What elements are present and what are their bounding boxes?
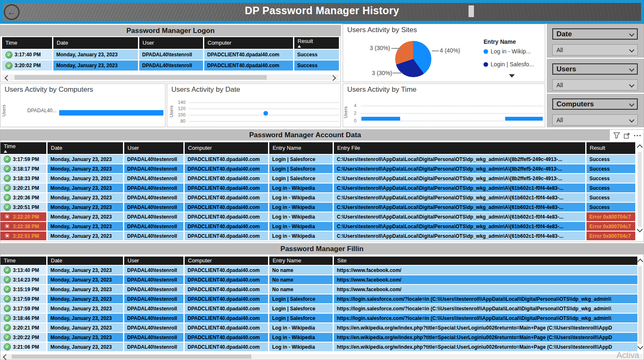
table-row[interactable]: 3:15:19 PM Monday, January 23, 2023 DPAD…: [0, 285, 637, 294]
table-row[interactable]: 3:22:20 PM Monday, January 23, 2023 DPAD…: [0, 212, 635, 221]
status-icon: [4, 184, 11, 191]
chevron-down-icon: [629, 82, 634, 88]
scroll-up-icon[interactable]: [637, 144, 643, 150]
legend-item[interactable]: Log in - Wikip...: [484, 48, 531, 55]
pie-callout: 4 (40%): [440, 47, 460, 54]
table-row[interactable]: 3:20:36 PM Monday, January 23, 2023 DPAD…: [0, 193, 635, 202]
gridline: [189, 121, 338, 122]
y-tick: 100: [170, 112, 185, 117]
slicer-date-dropdown[interactable]: All: [552, 44, 638, 55]
status-icon: [4, 305, 11, 312]
sites-chart-panel: Users Activity by Sites 4 (40%) 3 (30%) …: [343, 24, 545, 82]
table-row[interactable]: 3:18:46 PM Monday, January 23, 2023 DPAD…: [0, 314, 637, 322]
table-row[interactable]: 3:14:23 PM Monday, January 23, 2023 DPAD…: [0, 275, 637, 284]
logon-hscrollbar[interactable]: [2, 74, 338, 81]
slicer-computers-dropdown[interactable]: All: [552, 114, 638, 126]
fillin-title: Password Manager Fillin: [0, 244, 644, 254]
chevron-down-icon: [629, 31, 634, 37]
table-row[interactable]: 3:20:51 PM Monday, January 23, 2023 DPAD…: [0, 203, 635, 211]
y-tick: 0: [343, 118, 356, 123]
time-bar[interactable]: [361, 117, 400, 121]
more-options-icon[interactable]: [634, 134, 641, 137]
table-row[interactable]: 3:18:33 PM Monday, January 23, 2023 DPAD…: [0, 174, 635, 183]
status-icon: [4, 295, 11, 302]
slicer-date: Date All: [547, 24, 644, 58]
fillin-header: Time Date User Computer Entry Name Site: [0, 257, 637, 265]
status-icon: [4, 213, 11, 220]
table-row[interactable]: 3:17:59 PM Monday, January 23, 2023 DPAD…: [0, 304, 637, 313]
filter-icon[interactable]: [613, 132, 620, 139]
visual-header-icons: [611, 131, 643, 140]
legend-title: Entry Name: [484, 38, 516, 45]
computers-bar[interactable]: [59, 110, 163, 116]
scroll-thumb[interactable]: [638, 266, 642, 344]
scroll-left-icon[interactable]: [5, 75, 10, 81]
table-row[interactable]: 3:20:21 PM Monday, January 23, 2023 DPAD…: [0, 184, 635, 192]
fillin-hscrollbar[interactable]: [1, 354, 643, 359]
table-row[interactable]: 3:17:40 PM Monday, January 23, 2023 DPAD…: [2, 50, 339, 60]
logon-header: Time Date User Computer Result: [2, 37, 339, 49]
slicer-users-header[interactable]: Users: [552, 63, 638, 75]
sort-asc-icon: [4, 150, 7, 153]
scroll-thumb[interactable]: [15, 75, 267, 80]
chevron-down-icon: [629, 101, 634, 107]
account-panel: Password Manager Account Data Time Date …: [0, 129, 644, 242]
chevron-down-icon: [629, 47, 634, 53]
logon-panel: Password Manager Logon Time Date User Co…: [0, 25, 341, 82]
data-point[interactable]: [263, 111, 268, 116]
focus-mode-icon[interactable]: [624, 132, 630, 139]
scroll-thumb[interactable]: [638, 152, 641, 227]
scroll-down-icon[interactable]: [637, 344, 643, 350]
table-row[interactable]: 3:17:59 PM Monday, January 23, 2023 DPAD…: [0, 155, 635, 164]
y-tick: 2: [343, 111, 356, 116]
slicer-users-dropdown[interactable]: All: [552, 79, 638, 91]
computers-chart-panel: Users Activity by Computers Users DPADAL…: [0, 83, 165, 127]
chevron-down-icon: [629, 117, 634, 123]
table-row[interactable]: 3:17:59 PM Monday, January 23, 2023 DPAD…: [0, 295, 637, 303]
computers-chart-title: Users Activity by Computers: [5, 86, 93, 94]
status-icon: [4, 165, 11, 172]
account-rows: 3:17:59 PM Monday, January 23, 2023 DPAD…: [0, 155, 635, 240]
pie-callout: 3 (30%): [372, 70, 392, 76]
table-row[interactable]: 3:21:06 PM Monday, January 23, 2023 DPAD…: [0, 342, 637, 351]
legend-item[interactable]: Login | Salesfo...: [484, 61, 534, 68]
scroll-up-icon[interactable]: [637, 259, 643, 264]
gridline: [189, 115, 338, 116]
scroll-left-icon[interactable]: [3, 354, 9, 360]
pie-callout-line: [432, 50, 439, 51]
scroll-right-icon[interactable]: [330, 75, 336, 81]
legend-more-icon[interactable]: [509, 74, 515, 78]
fillin-rows: 3:13:40 PM Monday, January 23, 2023 DPAD…: [0, 266, 637, 351]
fillin-vscrollbar[interactable]: [637, 257, 643, 350]
y-tick: 140: [170, 100, 185, 105]
table-row[interactable]: 3:20:02 PM Monday, January 23, 2023 DPAD…: [2, 60, 339, 70]
table-row[interactable]: 3:18:17 PM Monday, January 23, 2023 DPAD…: [0, 164, 635, 173]
time-bar[interactable]: [505, 117, 543, 121]
account-header: Time Date User Computer Entry Name Entry…: [0, 142, 635, 154]
y-axis-label: Users: [1, 105, 6, 117]
table-row[interactable]: 3:22:51 PM Monday, January 23, 2023 DPAD…: [0, 232, 635, 240]
sort-asc-icon: [298, 45, 301, 48]
scroll-thumb[interactable]: [12, 355, 251, 359]
sites-pie[interactable]: [395, 41, 431, 77]
status-icon: [4, 315, 11, 322]
pie-callout-line: [391, 48, 402, 49]
table-row[interactable]: 3:13:40 PM Monday, January 23, 2023 DPAD…: [0, 266, 637, 274]
table-row[interactable]: 3:20:22 PM Monday, January 23, 2023 DPAD…: [0, 333, 637, 342]
y-tick: 80: [170, 118, 185, 123]
status-icon: [5, 62, 13, 69]
back-arrow-icon: [4, 4, 20, 20]
slicer-users: Users All: [547, 59, 644, 93]
y-tick: 120: [170, 106, 185, 111]
activation-watermark: Activa: [616, 350, 639, 360]
table-row[interactable]: 3:22:38 PM Monday, January 23, 2023 DPAD…: [0, 222, 635, 231]
gridline: [189, 108, 338, 109]
slicer-computers: Computers All: [547, 94, 644, 127]
account-vscrollbar[interactable]: [637, 143, 642, 232]
table-row[interactable]: 3:20:21 PM Monday, January 23, 2023 DPAD…: [0, 323, 637, 332]
slicer-date-header[interactable]: Date: [552, 28, 638, 40]
account-title: Password Manager Account Data: [0, 130, 610, 141]
sites-chart-title: Users Activity by Sites: [347, 26, 417, 34]
scroll-down-icon[interactable]: [637, 227, 643, 232]
slicer-computers-header[interactable]: Computers: [552, 98, 638, 110]
